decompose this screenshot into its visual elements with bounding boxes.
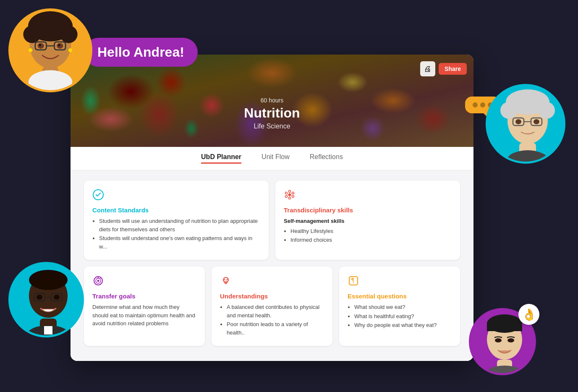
svg-point-7 bbox=[285, 192, 288, 194]
chat-dot-2 bbox=[480, 102, 485, 107]
essential-q-bullet-1: What should we eat? bbox=[354, 303, 452, 311]
svg-point-63 bbox=[54, 295, 60, 300]
content-standards-bullet-1: Students will use an understanding of nu… bbox=[99, 217, 260, 233]
content-standards-bullet-2: Students will understand one's own eatin… bbox=[99, 234, 260, 251]
scene: 🖨 Share 60 hours Nutrition Life Science … bbox=[0, 0, 578, 392]
tab-bar: UbD Planner Unit Flow Reflections bbox=[71, 147, 473, 170]
hero-subtitle: Life Science bbox=[244, 123, 300, 130]
transfer-goals-text: Determine what and how much they should … bbox=[92, 303, 196, 328]
understandings-bullet-1: A balanced diet contributes to physical … bbox=[227, 303, 324, 319]
essential-questions-icon bbox=[348, 275, 452, 289]
hero-actions: 🖨 Share bbox=[420, 61, 467, 76]
svg-point-47 bbox=[538, 102, 555, 119]
andrea-face bbox=[10, 10, 90, 90]
transdisciplinary-icon bbox=[284, 189, 452, 203]
svg-point-36 bbox=[57, 43, 63, 49]
svg-point-38 bbox=[58, 44, 60, 46]
content-standards-icon bbox=[92, 189, 260, 203]
svg-point-19 bbox=[224, 279, 225, 280]
understandings-text: A balanced diet contributes to physical … bbox=[220, 303, 324, 337]
understandings-title: Understandings bbox=[220, 293, 324, 300]
svg-point-30 bbox=[31, 18, 45, 32]
svg-point-5 bbox=[289, 197, 291, 199]
svg-point-35 bbox=[38, 43, 44, 49]
transdisciplinary-bullet-2: Informed choices bbox=[290, 236, 452, 244]
hero-content: 60 hours Nutrition Life Science bbox=[244, 97, 300, 130]
bottom-cards-grid: Transfer goals Determine what and how mu… bbox=[84, 267, 460, 346]
essential-questions-card: Essential questions What should we eat? … bbox=[339, 267, 460, 346]
hero-title: Nutrition bbox=[244, 105, 300, 121]
svg-point-3 bbox=[292, 192, 294, 194]
share-button[interactable]: Share bbox=[439, 63, 467, 75]
hero-hours: 60 hours bbox=[244, 97, 300, 104]
content-standards-card: Content Standards Students will use an u… bbox=[84, 180, 269, 260]
hero-section: 🖨 Share 60 hours Nutrition Life Science bbox=[71, 55, 473, 147]
transdisciplinary-bullet-1: Healthy Lifestyles bbox=[290, 227, 452, 235]
chat-dot-1 bbox=[473, 102, 478, 107]
tab-unit-flow[interactable]: Unit Flow bbox=[262, 153, 290, 164]
svg-point-37 bbox=[39, 44, 41, 46]
svg-point-40 bbox=[68, 48, 73, 52]
top-cards-grid: Content Standards Students will use an u… bbox=[84, 180, 460, 260]
avatar-older-woman bbox=[486, 84, 565, 164]
svg-point-31 bbox=[55, 18, 69, 32]
transdisciplinary-title: Transdisciplinary skills bbox=[284, 206, 452, 214]
understandings-card: Understandings A balanced diet contribut… bbox=[212, 267, 332, 346]
svg-point-46 bbox=[500, 102, 517, 119]
tab-reflections[interactable]: Reflections bbox=[310, 153, 343, 164]
svg-point-52 bbox=[534, 119, 539, 124]
understandings-icon bbox=[220, 275, 324, 289]
avatar-andrea bbox=[8, 8, 92, 92]
content-area: Content Standards Students will use an u… bbox=[71, 170, 473, 361]
transfer-goals-title: Transfer goals bbox=[92, 293, 196, 300]
svg-point-70 bbox=[495, 338, 502, 342]
avatar-man bbox=[8, 262, 84, 337]
transdisciplinary-card: Transdisciplinary skills Self-management… bbox=[275, 180, 460, 260]
svg-point-18 bbox=[223, 277, 228, 282]
svg-point-16 bbox=[97, 280, 99, 282]
print-button[interactable]: 🖨 bbox=[420, 61, 435, 76]
ok-badge: 👌 bbox=[518, 304, 539, 325]
svg-point-51 bbox=[515, 119, 521, 124]
svg-point-6 bbox=[285, 196, 288, 198]
main-card: 🖨 Share 60 hours Nutrition Life Science … bbox=[71, 55, 473, 361]
svg-point-71 bbox=[507, 338, 514, 342]
content-standards-title: Content Standards bbox=[92, 206, 260, 214]
transdisciplinary-text: Self-management skills Healthy Lifestyle… bbox=[284, 217, 452, 244]
essential-q-bullet-3: Why do people eat what they eat? bbox=[354, 321, 452, 329]
tab-ubd-planner[interactable]: UbD Planner bbox=[201, 153, 241, 164]
transdisciplinary-strong: Self-management skills bbox=[284, 218, 345, 224]
essential-q-bullet-2: What is healthful eating? bbox=[354, 312, 452, 321]
svg-point-22 bbox=[353, 282, 354, 283]
essential-questions-title: Essential questions bbox=[348, 293, 452, 300]
essential-questions-text: What should we eat? What is healthful ea… bbox=[348, 303, 452, 329]
svg-point-58 bbox=[29, 270, 68, 290]
svg-point-39 bbox=[29, 48, 33, 52]
svg-point-62 bbox=[37, 295, 42, 300]
transfer-goals-icon bbox=[92, 275, 196, 289]
transfer-goals-card: Transfer goals Determine what and how mu… bbox=[84, 267, 205, 346]
svg-point-4 bbox=[292, 196, 294, 198]
svg-rect-56 bbox=[44, 326, 52, 335]
understandings-bullet-2: Poor nutrition leads to a variety of hea… bbox=[227, 320, 324, 337]
svg-point-20 bbox=[227, 279, 228, 280]
content-standards-text: Students will use an understanding of nu… bbox=[92, 217, 260, 251]
svg-point-2 bbox=[289, 191, 291, 193]
svg-rect-69 bbox=[487, 324, 522, 331]
hello-bubble: Hello Andrea! bbox=[84, 38, 198, 67]
